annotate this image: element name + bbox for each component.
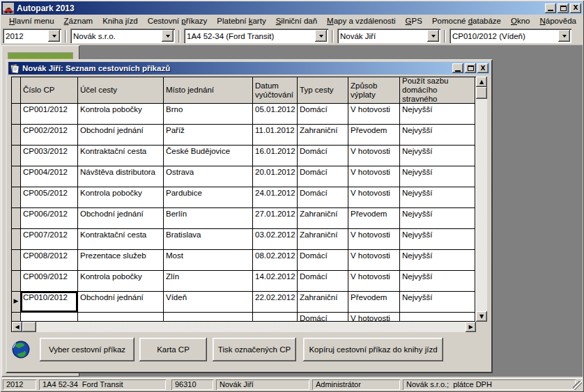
table-cell[interactable]: Brno <box>164 104 253 125</box>
table-cell[interactable]: V hotovosti <box>348 250 400 271</box>
row-selector[interactable] <box>12 271 21 292</box>
table-cell[interactable]: CP001/2012 <box>21 104 78 125</box>
table-cell[interactable]: Nejvyšší <box>400 250 475 271</box>
combo-employee-dropdown-icon[interactable] <box>427 30 439 42</box>
combo-company-dropdown-icon[interactable] <box>162 30 174 42</box>
table-cell[interactable]: CP009/2012 <box>21 271 78 292</box>
table-cell[interactable]: Nejvyšší <box>400 292 475 313</box>
table-cell[interactable]: Převodem <box>348 208 400 229</box>
row-selector[interactable]: ▶ <box>12 292 21 313</box>
menu-item-zaznam[interactable]: Záznam <box>59 15 98 26</box>
table-cell[interactable]: Nejvyšší <box>400 208 475 229</box>
column-header-6[interactable]: Způsob výplaty <box>348 77 400 104</box>
scroll-down-icon[interactable]: ▼ <box>476 311 487 322</box>
table-cell[interactable]: V hotovosti <box>348 104 400 125</box>
table-cell[interactable]: Domácí <box>298 166 348 187</box>
menu-item-gps[interactable]: GPS <box>401 15 427 26</box>
table-cell[interactable]: 03.02.2012 <box>253 229 298 250</box>
column-header-5[interactable]: Typ cesty <box>298 77 348 104</box>
table-cell[interactable]: CP007/2012 <box>21 229 78 250</box>
combo-trip-dropdown-icon[interactable] <box>558 30 570 42</box>
table-cell[interactable]: Kontrola pobočky <box>78 187 164 208</box>
table-cell[interactable]: CP003/2012 <box>21 146 78 166</box>
table-cell[interactable]: 22.02.2012 <box>253 292 298 313</box>
table-cell[interactable]: Kontrola pobočky <box>78 271 164 292</box>
table-cell[interactable]: Převodem <box>348 125 400 146</box>
table-cell[interactable]: Prezentace služeb <box>78 250 164 271</box>
table-row[interactable]: CP006/2012Obchodní jednáníBerlín27.01.20… <box>12 208 476 229</box>
table-cell[interactable]: CP010/2012 <box>21 292 78 313</box>
menu-item-mapy-a-vzdalenosti[interactable]: Mapy a vzdálenosti <box>322 15 400 26</box>
table-cell[interactable]: Domácí <box>298 146 348 166</box>
row-selector[interactable] <box>12 104 21 125</box>
table-cell[interactable]: Berlín <box>164 208 253 229</box>
column-header-1[interactable]: Číslo CP <box>21 77 78 104</box>
table-cell[interactable]: V hotovosti <box>348 271 400 292</box>
menu-item-kniha-jizd[interactable]: Kniha jízd <box>98 15 143 26</box>
menu-item-pomocne-databaze[interactable]: Pomocné databáze <box>427 15 506 26</box>
column-header-2[interactable]: Účel cesty <box>78 77 164 104</box>
child-close-button[interactable]: X <box>477 63 489 73</box>
table-cell[interactable]: CP008/2012 <box>21 250 78 271</box>
table-cell[interactable]: Kontraktační cesta <box>78 229 164 250</box>
kopiruj-cestovni-prikaz-button[interactable]: Kopíruj cestovní příkaz do knihy jízd <box>303 338 443 361</box>
table-row[interactable]: CP007/2012Kontraktační cestaBratislava03… <box>12 229 476 250</box>
table-row-partial[interactable]: DomácíV hotovosti <box>12 313 476 322</box>
horizontal-scroll-track[interactable] <box>36 322 466 332</box>
menu-item-napoveda[interactable]: Nápověda <box>535 15 581 26</box>
horizontal-scroll-thumb[interactable] <box>22 322 36 332</box>
table-cell[interactable]: Domácí <box>298 271 348 292</box>
resize-grip[interactable] <box>573 381 582 390</box>
table-cell[interactable]: CP005/2012 <box>21 187 78 208</box>
combo-company[interactable]: Novák s.r.o. <box>70 29 175 43</box>
table-cell[interactable]: Zahraniční <box>298 229 348 250</box>
table-cell[interactable]: Nejvyšší <box>400 271 475 292</box>
table-cell[interactable]: Obchodní jednání <box>78 125 164 146</box>
table-row[interactable]: CP003/2012Kontraktační cestaČeské Budějo… <box>12 146 476 166</box>
table-row[interactable]: CP005/2012Kontrola pobočkyPardubice24.01… <box>12 187 476 208</box>
combo-employee[interactable]: Novák Jiří <box>337 29 440 43</box>
karta-cp-button[interactable]: Karta CP <box>139 338 207 361</box>
horizontal-scrollbar[interactable]: ◀▶ <box>12 322 476 332</box>
combo-vehicle[interactable]: 1A4 52-34 (Ford Transit) <box>184 29 328 43</box>
child-maximize-button[interactable] <box>465 63 476 73</box>
scroll-left-icon[interactable]: ◀ <box>12 322 22 332</box>
table-cell[interactable]: Zahraniční <box>298 125 348 146</box>
table-cell[interactable]: Obchodní jednání <box>78 208 164 229</box>
column-header-4[interactable]: Datum vyúčtování <box>253 77 298 104</box>
table-cell[interactable]: 08.02.2012 <box>253 250 298 271</box>
vertical-scrollbar[interactable]: ▲ ▼ <box>476 77 487 322</box>
table-cell[interactable]: Vídeň <box>164 292 253 313</box>
vertical-scroll-track[interactable] <box>476 99 487 311</box>
menu-item-platebni-karty[interactable]: Platební karty <box>212 15 270 26</box>
maximize-button[interactable] <box>558 3 569 13</box>
table-row[interactable]: CP002/2012Obchodní jednáníPaříž11.01.201… <box>12 125 476 146</box>
row-selector[interactable] <box>12 125 21 146</box>
table-cell[interactable]: V hotovosti <box>348 187 400 208</box>
column-header-3[interactable]: Místo jednání <box>164 77 253 104</box>
table-cell[interactable]: 20.01.2012 <box>253 166 298 187</box>
table-cell[interactable]: Návštěva distributora <box>78 166 164 187</box>
menu-item-silnicni-dan[interactable]: Silniční daň <box>271 15 322 26</box>
combo-vehicle-dropdown-icon[interactable] <box>315 30 327 42</box>
row-selector[interactable] <box>12 313 21 322</box>
table-cell[interactable] <box>78 313 164 322</box>
table-cell[interactable]: Most <box>164 250 253 271</box>
tisk-oznacenych-cp-button[interactable]: Tisk označených CP <box>213 338 296 361</box>
table-cell[interactable]: Převodem <box>348 292 400 313</box>
table-row[interactable]: CP008/2012Prezentace služebMost08.02.201… <box>12 250 476 271</box>
table-cell[interactable]: Nejvyšší <box>400 125 475 146</box>
table-cell[interactable]: Obchodní jednání <box>78 292 164 313</box>
close-button[interactable]: X <box>570 3 581 13</box>
table-cell[interactable]: Pardubice <box>164 187 253 208</box>
row-selector[interactable] <box>12 146 21 166</box>
table-row[interactable]: CP004/2012Návštěva distributoraOstrava20… <box>12 166 476 187</box>
table-cell[interactable]: 05.01.2012 <box>253 104 298 125</box>
table-cell[interactable] <box>164 313 253 322</box>
table-cell[interactable]: CP004/2012 <box>21 166 78 187</box>
row-selector[interactable] <box>12 208 21 229</box>
menu-item-hlavni-menu[interactable]: Hlavní menu <box>4 15 59 26</box>
table-cell[interactable]: České Budějovice <box>164 146 253 166</box>
column-header-7[interactable]: Použít sazbu domácího stravného <box>400 77 475 104</box>
table-cell[interactable]: V hotovosti <box>348 229 400 250</box>
